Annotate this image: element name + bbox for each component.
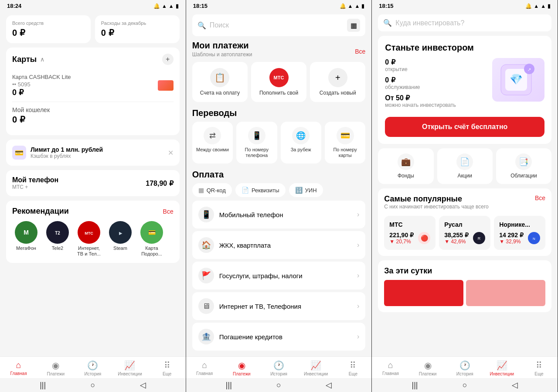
promo-title: Лимит до 1 млн. рублей — [31, 146, 103, 153]
popular-section: Самые популярные С них начинают инвестир… — [378, 188, 551, 256]
nav-history-1[interactable]: 🕐 История — [74, 360, 111, 376]
home-btn-2[interactable]: ○ — [276, 381, 281, 390]
nav-invest-3[interactable]: 📈 Инвестиции — [483, 360, 521, 376]
card-item-cashback[interactable]: Карта CASHBACK Lite •• 5095 0 ₽ — [12, 69, 174, 102]
stock-rusal-price: 38,255 ₽ — [444, 232, 469, 239]
popular-all[interactable]: Все — [535, 194, 545, 201]
new-payment-icon: + — [328, 68, 347, 87]
transfer-between[interactable]: ⇄ Между своими — [192, 122, 233, 164]
open-btn-label: Открыть счёт бесплатно — [422, 123, 507, 130]
steam-icon: ▶ — [109, 221, 132, 244]
list-mobile[interactable]: 📱 Мобильный телефон › — [192, 201, 366, 228]
jkh-icon: 🏠 — [198, 237, 214, 253]
popular-title: Самые популярные — [384, 194, 488, 204]
add-card-button[interactable]: + — [162, 54, 174, 65]
recent-btn-1[interactable]: ◁ — [140, 380, 146, 390]
payments-icon-3: ◉ — [424, 360, 432, 371]
phone-section[interactable]: Мой телефон МТС + 178,90 ₽ — [6, 170, 180, 196]
qr-btn-label: QR-код — [207, 187, 226, 194]
panel-investments: 18:15 🔔 ▲ ▲ ▮ 🔍 Куда инвестировать? Стан… — [372, 0, 558, 392]
req-label: Реквизиты — [252, 187, 279, 194]
stocks-label: Акции — [457, 173, 472, 179]
nav-history-3[interactable]: 🕐 История — [446, 360, 483, 376]
nav-more-3[interactable]: ⠿ Еще — [521, 360, 558, 376]
rec-item-tele2[interactable]: T2 Tele2 — [44, 221, 71, 257]
nav-invest-label-3: Инвестиции — [490, 372, 514, 376]
card-num-label: По номеру карты — [328, 147, 362, 158]
cat-bonds[interactable]: 📑 Облигации — [496, 148, 551, 184]
stock-mts[interactable]: МТС 221,90 ₽ ▼ 20,7% 🔴 — [384, 216, 436, 250]
become-investor-card: Станьте инвестором 0 ₽ открытие 0 ₽ обсл… — [378, 36, 551, 144]
nav-payments-1[interactable]: ◉ Платежи — [37, 360, 74, 376]
promo-close-button[interactable]: ✕ — [168, 149, 174, 157]
list-credit[interactable]: 🏦 Погашение кредитов › — [192, 323, 366, 351]
mts-home-label: Интернет, ТВ и Тел... — [75, 245, 103, 257]
nav-invest-1[interactable]: 📈 Инвестиции — [111, 360, 148, 376]
expense-label: Расходы за декабрь — [101, 20, 174, 26]
rec-item-mts-home[interactable]: МТС Интернет, ТВ и Тел... — [75, 221, 103, 257]
svg-text:▶: ▶ — [119, 231, 122, 235]
rec-item-megafon[interactable]: М МегаФон — [12, 221, 40, 257]
nav-home-2[interactable]: ⌂ Главная — [186, 360, 223, 376]
list-internet[interactable]: 🖥 Интернет и ТВ, Телефония › — [192, 292, 366, 320]
rec-item-card[interactable]: 💳 Карта Подоро... — [138, 221, 166, 257]
between-label: Между своими — [196, 147, 229, 153]
nav-payments-3[interactable]: ◉ Платежи — [409, 360, 446, 376]
stock-nornik[interactable]: Норнике... 14 292 ₽ ▼ 32,9% N — [494, 216, 545, 250]
back-btn-3[interactable]: ||| — [412, 381, 418, 390]
nav-invest-2[interactable]: 📈 Инвестиции — [297, 360, 334, 376]
wifi-icon-2: ▲ — [354, 3, 360, 9]
list-gosuslugi[interactable]: 🚩 Госуслуги, штрафы, налоги › — [192, 262, 366, 290]
stock-mts-change: ▼ 20,7% — [389, 239, 414, 245]
nav-home-3[interactable]: ⌂ Главная — [372, 360, 409, 376]
requisites-btn[interactable]: 📄 Реквизиты — [235, 183, 286, 197]
qr-icon[interactable]: ▦ — [347, 19, 360, 32]
my-payments-title: Мои платежи — [192, 41, 252, 51]
invest-icon-3: 📈 — [497, 360, 507, 371]
rec-all-link[interactable]: Все — [163, 208, 174, 215]
svg-text:💳: 💳 — [148, 229, 156, 236]
payment-tile-accounts[interactable]: 📋 Счета на оплату — [192, 62, 248, 102]
transfer-abroad[interactable]: 🌐 За рубеж — [281, 122, 321, 164]
list-jkh[interactable]: 🏠 ЖКХ, квартплата › — [192, 231, 366, 259]
nav-invest-label-1: Инвестиции — [118, 372, 142, 376]
nav-payments-2[interactable]: ◉ Платежи — [223, 360, 260, 376]
payments-icon-1: ◉ — [52, 360, 59, 371]
home-icon-2: ⌂ — [202, 360, 207, 370]
cat-funds[interactable]: 💼 Фонды — [378, 148, 433, 184]
recent-btn-2[interactable]: ◁ — [326, 380, 332, 390]
stock-rusal[interactable]: Русал 38,255 ₽ ▼ 42,6% R — [439, 216, 490, 250]
nav-history-label-2: История — [270, 372, 287, 376]
qr-btn[interactable]: ▦ QR-код — [192, 183, 232, 197]
recent-btn-3[interactable]: ◁ — [512, 380, 518, 390]
promo-card: 💳 Лимит до 1 млн. рублей Кэшбэк в рублях… — [6, 140, 180, 166]
rec-item-steam[interactable]: ▶ Steam — [106, 221, 134, 257]
uin-btn[interactable]: 🔢 УИН — [289, 183, 323, 197]
home-btn-1[interactable]: ○ — [90, 381, 95, 390]
payment-tile-new[interactable]: + Создать новый — [310, 62, 365, 102]
invest-stat-1: 0 ₽ открытие — [385, 58, 456, 72]
alarm-icon-2: 🔔 — [340, 3, 346, 9]
transfer-card[interactable]: 💳 По номеру карты — [325, 122, 365, 164]
home-content: Всего средств 0 ₽ Расходы за декабрь 0 ₽… — [0, 11, 186, 356]
back-btn-2[interactable]: ||| — [226, 381, 232, 390]
gov-label: Госуслуги, штрафы, налоги — [219, 272, 352, 280]
back-btn-1[interactable]: ||| — [40, 381, 46, 390]
my-payments-all[interactable]: Все — [355, 48, 365, 55]
nav-home-1[interactable]: ⌂ Главная — [0, 360, 37, 376]
open-account-button[interactable]: Открыть счёт бесплатно — [385, 117, 544, 137]
nav-more-1[interactable]: ⠿ Еще — [149, 360, 186, 376]
time-3: 18:15 — [379, 3, 393, 9]
wallet-item[interactable]: Мой кошелек 0 ₽ — [12, 102, 174, 129]
transfer-phone[interactable]: 📱 По номеру телефона — [236, 122, 277, 164]
invest-search-bar[interactable]: 🔍 Куда инвестировать? — [378, 14, 551, 31]
nav-more-label-3: Еще — [534, 372, 543, 376]
cat-stocks[interactable]: 📄 Акции — [437, 148, 493, 184]
nav-more-2[interactable]: ⠿ Еще — [334, 360, 371, 376]
payment-tile-topup[interactable]: МТС Пополнить свой — [251, 62, 306, 102]
search-bar-2[interactable]: 🔍 Поиск ▦ — [192, 14, 366, 36]
collapse-icon[interactable]: ∧ — [40, 56, 44, 63]
nav-history-2[interactable]: 🕐 История — [260, 360, 297, 376]
wifi-icon: ▲ — [169, 3, 174, 9]
home-btn-3[interactable]: ○ — [463, 381, 467, 390]
